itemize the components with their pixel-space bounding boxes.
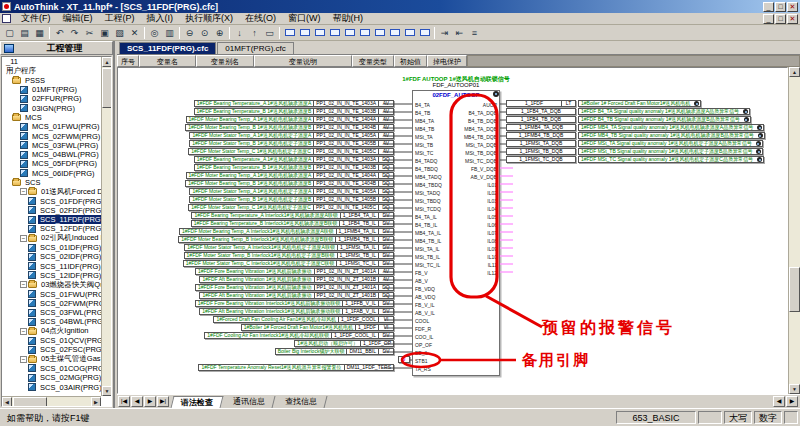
block-output-pin[interactable]: AUOP [483, 102, 497, 108]
column-header[interactable]: 初始值 [394, 55, 427, 67]
input-variable-box[interactable]: 1#FDF Moter Stator Temp_A 1#送风机电机定子温度APP… [189, 132, 394, 139]
block-input-pin[interactable]: COO_IL [415, 334, 433, 340]
tree-item[interactable]: MCS_02FWM(PRG) [2, 131, 101, 140]
tree-horizontal-scrollbar[interactable]: ◀ ▶ [2, 396, 101, 406]
block-output-pin[interactable]: IL05 [487, 214, 497, 220]
link-tool-icon[interactable]: ⇤ [452, 26, 467, 40]
input-variable-box[interactable]: 1#FDF Bearing Temperature_A 1#送风机轴承温度APP… [194, 100, 394, 107]
scroll-left-icon[interactable]: ◀ [2, 397, 12, 407]
output-description-box[interactable]: 1#Boiler 1# Forced Draft Fan Motor1#送风机电… [578, 100, 701, 107]
input-variable-box[interactable]: 1#FDF Aft Bearing Vibration Interlock1#送… [199, 308, 394, 315]
tree-item[interactable]: SCS_01IDF(PRG) [2, 243, 101, 252]
expand-collapse-icon[interactable]: − [20, 281, 27, 288]
input-variable-box[interactable]: 1#FDF Moter Stator Temp_C Interlock1#送风机… [183, 260, 394, 267]
link-tool-icon[interactable]: ⇥ [437, 26, 452, 40]
tree-item[interactable]: SCS_01FDF(PRG) [2, 196, 101, 205]
cut-icon[interactable]: ✂ [82, 26, 97, 40]
block-tool-icon[interactable] [297, 26, 312, 40]
output-tab[interactable]: 语法检查 [171, 396, 224, 408]
output-tab[interactable]: 通讯信息 [224, 396, 276, 408]
tree-item[interactable]: 03IGN(PRG) [2, 103, 101, 112]
scroll-up-icon[interactable]: ▲ [789, 67, 800, 77]
tree-item[interactable]: SCS_04BWL(PRG) [2, 317, 101, 326]
block-input-pin[interactable]: COOL [415, 318, 429, 324]
block-input-pin[interactable]: AB_V [415, 278, 428, 284]
block-input-pin[interactable]: B4_TBDQ [415, 166, 438, 172]
block-output-pin[interactable]: MB4_TA_DQB [464, 126, 497, 132]
delete-icon[interactable]: ✕ [127, 26, 142, 40]
block-tool-icon[interactable] [282, 26, 297, 40]
tree-item[interactable]: −03燃烧器快关阀Quick-cl [2, 280, 101, 289]
scroll-right-icon[interactable]: ▶ [91, 397, 101, 407]
mdi-close-button[interactable]: ✕ [787, 14, 798, 24]
redo-icon[interactable]: ↷ [67, 26, 82, 40]
tree-item[interactable]: _11 [2, 57, 101, 66]
input-variable-box[interactable]: 1#FDF Moter Stator Temp_C 1#送风机电机定子温度CPP… [188, 204, 394, 211]
block-input-pin[interactable]: STB1 [415, 358, 428, 364]
output-variable-box[interactable]: 1_1FDFLT [506, 100, 576, 107]
zoom-in-icon[interactable]: ⊕ [212, 26, 227, 40]
block-input-pin[interactable]: FB_V [415, 270, 428, 276]
output-variable-box[interactable]: 1_1FMSt_TB_DQB [506, 148, 576, 155]
block-input-pin[interactable]: MSt_TA [415, 134, 433, 140]
output-description-box[interactable]: 1#FDF MSt_TC Signal quality anomaly 1#送风… [578, 156, 764, 163]
block-output-pin[interactable]: IL10 [487, 254, 497, 260]
block-tool-icon[interactable] [372, 26, 387, 40]
tree-item[interactable]: SCS_12IDF(PRG) [2, 271, 101, 280]
print-icon[interactable]: ▥ [162, 26, 177, 40]
cfc-canvas[interactable]: 1#FDF AUTOOP 1#送风机自动联锁信号FDF_AUTOOP0102FD… [117, 67, 788, 394]
block-output-pin[interactable]: IL01 [487, 182, 497, 188]
input-variable-box[interactable]: 1#FDF Bearing Temperature_A 1#送风机轴承温度APP… [194, 156, 394, 163]
output-description-box[interactable]: 1#FDF MSt_TA Signal quality anomaly 1#送风… [578, 140, 763, 147]
tree-item[interactable]: SCS_02FSC(PRG) [2, 345, 101, 354]
tree-item[interactable]: MCS_01FWU(PRG) [2, 122, 101, 131]
input-variable-box[interactable]: 1#FDF Moter Stator Temp_B 1#送风机电机定子温度BPP… [189, 140, 394, 147]
input-variable-box[interactable]: 1#FDF Bearing Temperature_B 1#送风机轴承温度BPP… [194, 164, 394, 171]
output-variable-box[interactable]: 1_1FMSt_TA_DQB [506, 140, 576, 147]
input-variable-box[interactable]: 1#FDF Fore Bearing Vibration Interlock1#… [195, 300, 394, 307]
column-header[interactable]: 变量名 [139, 55, 196, 67]
column-header[interactable]: 序号 [117, 55, 139, 67]
block-input-pin[interactable]: FB_VDQ [415, 286, 435, 292]
tree-item[interactable]: 02FFUR(PRG) [2, 94, 101, 103]
close-button[interactable]: ✕ [787, 2, 798, 12]
block-input-pin[interactable]: MB4_TADQ [415, 174, 442, 180]
menu-item[interactable]: 执行顺序(X) [179, 12, 239, 25]
output-description-box[interactable]: 1#FDF MB4_TB Signal quality anomaly 1#送风… [578, 132, 765, 139]
tree-item[interactable]: SCS [2, 178, 101, 187]
block-tool-icon[interactable] [312, 26, 327, 40]
block-output-pin[interactable]: IL06 [487, 222, 497, 228]
block-input-pin[interactable]: MSt_TA_IL [415, 246, 440, 252]
input-variable-box[interactable]: 1#FDF Bearing Temperature_B Interlock1#送… [191, 220, 394, 227]
output-description-box[interactable]: 1#FDF B4_TB Signal quality anomaly 1#送风机… [578, 116, 751, 123]
output-variable-box[interactable]: 1_1FMSt_TC_DQB [506, 156, 576, 163]
document-icon[interactable] [2, 14, 11, 23]
menu-item[interactable]: 窗口(W) [282, 12, 327, 25]
tab-prev-icon[interactable]: ◀ [131, 396, 143, 407]
tree-item[interactable]: SCS_03AIR(PRG) [2, 382, 101, 391]
tab-first-icon[interactable]: |◀ [118, 396, 130, 407]
block-input-pin[interactable]: FDF_R [415, 326, 431, 332]
tab-next-icon[interactable]: ▶ [144, 396, 156, 407]
scroll-right-icon[interactable]: ▶ [786, 396, 798, 407]
undo-icon[interactable]: ↶ [52, 26, 67, 40]
input-variable-box[interactable]: 1#Boiler 1# Forced Draft Fan Motor1#送风机电… [241, 324, 394, 331]
input-variable-box[interactable]: 1#FDF Moter Stator Temp_A 1#送风机电机定子温度APP… [189, 188, 394, 195]
block-input-pin[interactable]: MB4_TA_IL [415, 230, 441, 236]
block-input-pin[interactable]: MB4_TBDQ [415, 182, 442, 188]
output-description-box[interactable]: 1#FDF B4_TA Signal quality anomaly 1#送风机… [578, 108, 750, 115]
block-input-pin[interactable]: MSt_TB [415, 142, 433, 148]
block-input-pin[interactable]: MB4_TB [415, 126, 434, 132]
column-header[interactable]: 变量类型 [352, 55, 394, 67]
block-input-pin[interactable]: B4_TB_IL [415, 222, 437, 228]
mdi-minimize-button[interactable]: _ [763, 14, 774, 24]
block-input-pin[interactable]: FB_V_IL [415, 302, 434, 308]
scroll-thumb[interactable] [789, 267, 800, 312]
tree-item[interactable]: −01送风机Forced Draft F [2, 187, 101, 196]
block-input-pin[interactable]: MSt_TB_IL [415, 254, 440, 260]
open-icon[interactable]: ▤ [17, 26, 32, 40]
input-variable-box[interactable]: 1#FDF Moter Bearing Temp_A 1#送风机电机轴承温度AP… [186, 116, 395, 123]
block-input-pin[interactable]: MB4_TA [415, 118, 434, 124]
tree-item[interactable]: SCS_02FDF(PRG) [2, 206, 101, 215]
output-variable-box[interactable]: 1_1FB4_TB_DQB [506, 116, 576, 123]
